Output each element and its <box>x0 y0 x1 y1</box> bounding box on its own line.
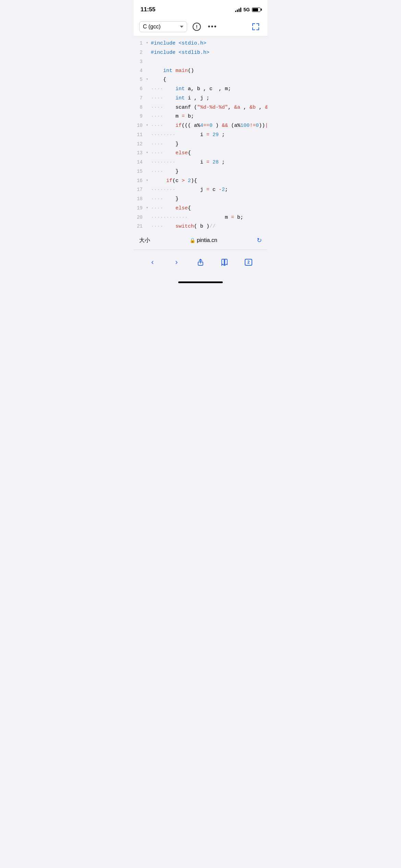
url-display[interactable]: 🔒 pintia.cn <box>190 237 217 243</box>
table-row: 17 ········ j = c -2; <box>134 185 267 195</box>
table-row: 13 ▾ ···· else{ <box>134 149 267 158</box>
browser-nav-bar: ‹ › 2 <box>134 250 267 278</box>
table-row: 12 ···· } <box>134 140 267 149</box>
status-time: 11:55 <box>141 6 155 13</box>
code-editor[interactable]: 1 ▾ #include <stdio.h> 2 #include <stdli… <box>134 36 267 231</box>
back-button[interactable]: ‹ <box>145 255 160 270</box>
forward-arrow-icon: › <box>175 258 178 267</box>
expand-button[interactable] <box>250 21 262 33</box>
battery-icon <box>252 8 260 12</box>
reload-button[interactable]: ↻ <box>257 237 262 244</box>
table-row: 2 #include <stdlib.h> <box>134 48 267 58</box>
language-label: C (gcc) <box>143 24 177 30</box>
tabs-count-icon: 2 <box>245 259 252 266</box>
table-row: 3 <box>134 58 267 67</box>
info-button[interactable]: ! <box>191 21 203 33</box>
info-icon: ! <box>193 23 201 31</box>
table-row: 19 ▾ ···· else{ <box>134 204 267 213</box>
table-row: 10 ▾ ···· if((( a%4==0 ) && (a%100!=0))|… <box>134 121 267 131</box>
table-row: 9 ···· m = b; <box>134 112 267 121</box>
network-type: 5G <box>243 7 250 12</box>
home-bar <box>178 281 223 283</box>
home-indicator <box>134 278 267 289</box>
table-row: 11 ········ i = 29 ; <box>134 131 267 140</box>
book-icon <box>221 258 228 266</box>
table-row: 5 ▾ { <box>134 75 267 85</box>
url-text: pintia.cn <box>197 237 217 243</box>
table-row: 4 int main() <box>134 67 267 76</box>
signal-icon <box>235 8 242 12</box>
expand-icon <box>252 23 259 30</box>
table-row: 15 ···· } <box>134 167 267 177</box>
toolbar: C (gcc) ! ••• <box>134 17 267 36</box>
table-row: 20 ············ m = b; <box>134 213 267 222</box>
share-button[interactable] <box>193 255 208 270</box>
url-bar: 大小 🔒 pintia.cn ↻ <box>134 231 267 250</box>
table-row: 1 ▾ #include <stdio.h> <box>134 39 267 48</box>
language-selector[interactable]: C (gcc) <box>139 21 187 32</box>
table-row: 18 ···· } <box>134 195 267 204</box>
tabs-button[interactable]: 2 <box>241 255 256 270</box>
code-wrap: 1 ▾ #include <stdio.h> 2 #include <stdli… <box>134 36 267 231</box>
table-row: 7 ···· int i , j ; <box>134 94 267 103</box>
dots-icon: ••• <box>208 23 217 31</box>
back-arrow-icon: ‹ <box>151 258 154 267</box>
table-row: 14 ········ i = 28 ; <box>134 158 267 167</box>
share-icon <box>197 258 204 266</box>
table-row: 6 ···· int a, b , c , m; <box>134 85 267 94</box>
more-button[interactable]: ••• <box>206 21 219 33</box>
size-button[interactable]: 大小 <box>139 237 150 244</box>
code-lines: 1 ▾ #include <stdio.h> 2 #include <stdli… <box>134 36 267 231</box>
table-row: 21 ···· switch( b )// <box>134 222 267 231</box>
code-scroll[interactable]: 1 ▾ #include <stdio.h> 2 #include <stdli… <box>134 36 267 231</box>
bookmarks-button[interactable] <box>217 255 232 270</box>
table-row: 8 ···· scanf ("%d-%d-%d", &a , &b , &c )… <box>134 103 267 112</box>
status-icons: 5G <box>235 7 260 12</box>
chevron-down-icon <box>180 26 183 28</box>
lock-icon: 🔒 <box>190 238 195 243</box>
status-bar: 11:55 5G <box>134 0 267 17</box>
table-row: 16 ▾ if(c > 2){ <box>134 177 267 186</box>
forward-button[interactable]: › <box>169 255 184 270</box>
